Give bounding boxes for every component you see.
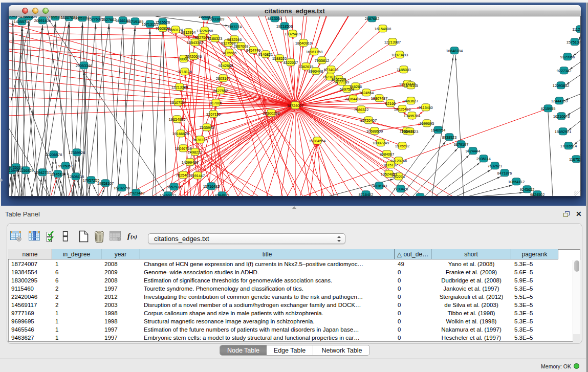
svg-text:14136141: 14136141 xyxy=(371,184,387,188)
svg-text:13325419: 13325419 xyxy=(285,32,301,36)
svg-text:1167533: 1167533 xyxy=(569,157,581,162)
svg-text:9699695: 9699695 xyxy=(420,121,434,126)
svg-text:11123056: 11123056 xyxy=(572,27,581,32)
svg-text:2718176: 2718176 xyxy=(178,70,192,74)
svg-text:29300293: 29300293 xyxy=(263,111,279,116)
svg-text:13226058: 13226058 xyxy=(197,29,213,33)
svg-text:10025433: 10025433 xyxy=(394,107,410,112)
svg-text:7955812: 7955812 xyxy=(315,58,329,63)
svg-text:8215955: 8215955 xyxy=(541,106,555,111)
svg-text:8813054: 8813054 xyxy=(268,16,282,21)
svg-text:1691447: 1691447 xyxy=(190,173,205,178)
svg-text:20206578: 20206578 xyxy=(46,152,62,157)
svg-text:9824502: 9824502 xyxy=(530,192,545,197)
svg-text:9227342: 9227342 xyxy=(557,69,571,73)
svg-text:15720407: 15720407 xyxy=(360,118,377,123)
svg-text:8427552: 8427552 xyxy=(213,89,228,93)
svg-text:7632621: 7632621 xyxy=(488,164,502,168)
svg-text:3624554: 3624554 xyxy=(359,91,374,95)
svg-text:15751074: 15751074 xyxy=(567,40,581,45)
svg-text:12923448: 12923448 xyxy=(128,191,144,195)
svg-text:8578335: 8578335 xyxy=(193,138,207,142)
svg-text:12093832: 12093832 xyxy=(553,83,569,88)
svg-text:1975692: 1975692 xyxy=(395,144,409,148)
svg-text:9329966: 9329966 xyxy=(560,55,575,59)
svg-text:18807249: 18807249 xyxy=(373,141,389,145)
svg-text:252214: 252214 xyxy=(393,174,405,179)
svg-text:9463627: 9463627 xyxy=(404,99,418,103)
svg-text:16543382: 16543382 xyxy=(187,40,203,45)
svg-text:7515526: 7515526 xyxy=(156,20,170,25)
svg-text:9975857: 9975857 xyxy=(58,164,73,168)
svg-text:8990448: 8990448 xyxy=(309,69,323,74)
svg-text:3267110: 3267110 xyxy=(206,112,221,117)
svg-text:7535943: 7535943 xyxy=(200,125,214,130)
svg-text:9242845: 9242845 xyxy=(219,63,233,68)
svg-text:746266: 746266 xyxy=(350,84,362,89)
svg-text:1603381: 1603381 xyxy=(199,16,213,19)
svg-text:2803144: 2803144 xyxy=(216,76,230,81)
svg-text:1733426: 1733426 xyxy=(394,187,408,191)
svg-text:19654985: 19654985 xyxy=(169,117,185,122)
svg-text:16154808: 16154808 xyxy=(375,27,391,31)
svg-text:14055712: 14055712 xyxy=(14,19,30,24)
svg-text:1498222: 1498222 xyxy=(188,150,202,155)
svg-text:16648784: 16648784 xyxy=(446,49,463,53)
svg-text:817006: 817006 xyxy=(210,101,222,105)
svg-text:8322037: 8322037 xyxy=(284,60,298,65)
svg-text:(x): (x) xyxy=(130,233,137,240)
svg-text:10688609: 10688609 xyxy=(366,129,383,134)
svg-text:9245652: 9245652 xyxy=(520,187,534,192)
svg-text:9115460: 9115460 xyxy=(419,105,433,110)
svg-text:9084067: 9084067 xyxy=(380,152,394,157)
svg-text:12054308: 12054308 xyxy=(9,16,21,18)
svg-text:9657971: 9657971 xyxy=(167,185,181,189)
svg-text:9777169: 9777169 xyxy=(335,80,349,84)
svg-text:98901: 98901 xyxy=(179,57,189,61)
svg-text:7357274: 7357274 xyxy=(227,25,242,29)
svg-text:9731055: 9731055 xyxy=(413,195,427,197)
svg-text:10973493: 10973493 xyxy=(391,53,408,57)
svg-text:1615132: 1615132 xyxy=(383,163,398,167)
svg-text:19958107: 19958107 xyxy=(97,181,114,186)
svg-text:14099489: 14099489 xyxy=(182,160,198,165)
svg-text:3875685: 3875685 xyxy=(222,51,236,55)
svg-text:2887682: 2887682 xyxy=(365,16,379,21)
svg-text:10719185: 10719185 xyxy=(127,19,143,24)
svg-text:9832546: 9832546 xyxy=(227,37,242,42)
svg-text:9146821: 9146821 xyxy=(258,52,273,57)
svg-text:16210643: 16210643 xyxy=(553,114,570,119)
svg-text:15716485: 15716485 xyxy=(203,184,220,189)
svg-text:19166825: 19166825 xyxy=(172,132,189,136)
svg-text:2935114: 2935114 xyxy=(476,157,491,161)
svg-text:8186323: 8186323 xyxy=(208,36,222,41)
svg-text:1527602: 1527602 xyxy=(102,17,116,22)
svg-text:7986322: 7986322 xyxy=(354,107,368,112)
svg-text:62160: 62160 xyxy=(385,101,396,106)
svg-text:1362615: 1362615 xyxy=(299,64,313,69)
svg-text:17359928: 17359928 xyxy=(69,150,85,155)
svg-text:8794512: 8794512 xyxy=(215,193,229,197)
svg-text:7625402: 7625402 xyxy=(176,173,190,178)
svg-text:16107554: 16107554 xyxy=(170,100,186,105)
svg-text:11145194: 11145194 xyxy=(50,172,66,177)
svg-text:1640954: 1640954 xyxy=(431,128,445,133)
svg-text:19654923: 19654923 xyxy=(402,129,418,134)
svg-text:8716402: 8716402 xyxy=(359,192,373,197)
svg-text:11156829: 11156829 xyxy=(17,168,33,173)
svg-text:10807487: 10807487 xyxy=(371,96,387,101)
svg-text:17016514: 17016514 xyxy=(560,144,577,148)
svg-text:12213987: 12213987 xyxy=(384,40,401,45)
svg-text:13495794: 13495794 xyxy=(404,114,420,118)
svg-text:9474444: 9474444 xyxy=(466,149,480,154)
svg-text:29053346: 29053346 xyxy=(76,63,92,68)
svg-text:1575115: 1575115 xyxy=(404,83,418,88)
svg-text:12213389: 12213389 xyxy=(171,85,188,90)
svg-text:12444159: 12444159 xyxy=(551,99,568,103)
svg-text:15692971: 15692971 xyxy=(555,129,571,134)
svg-text:7485001: 7485001 xyxy=(397,68,411,72)
svg-text:10654112: 10654112 xyxy=(508,180,525,184)
svg-text:12942737: 12942737 xyxy=(34,170,51,175)
svg-text:16961758: 16961758 xyxy=(306,50,322,54)
svg-text:18640910: 18640910 xyxy=(295,41,312,46)
